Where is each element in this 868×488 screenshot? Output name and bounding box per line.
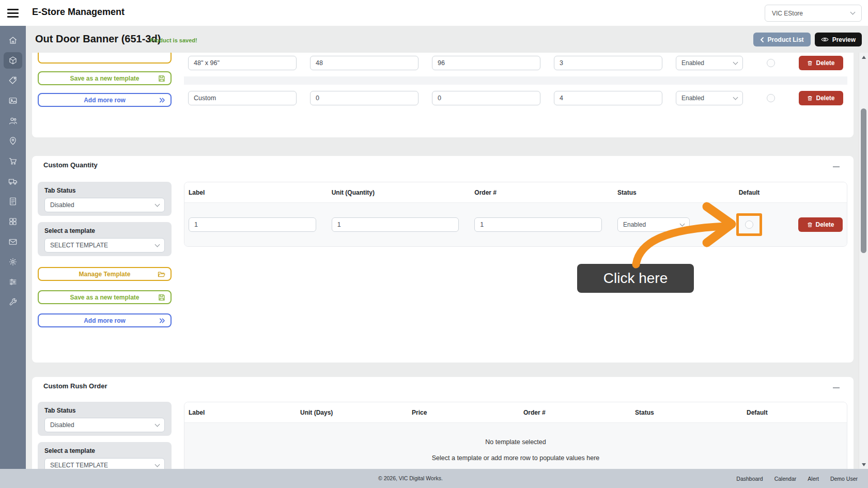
quantity-status-select[interactable]: Enabled — [617, 217, 690, 232]
store-select[interactable]: VIC EStore — [765, 5, 862, 22]
size-order-input[interactable] — [554, 91, 662, 105]
template-group: Select a template SELECT TEMPLATE — [38, 222, 172, 256]
box-icon — [8, 56, 18, 65]
header-default: Default — [747, 409, 843, 416]
tab-status-select[interactable]: Disabled — [44, 418, 165, 432]
footer: © 2026, VIC Digital Works. Dashboard Cal… — [0, 469, 868, 488]
delete-label: Delete — [816, 221, 834, 228]
chevron-left-icon — [760, 37, 764, 42]
add-more-row-label: Add more row — [84, 317, 126, 324]
header-label: Label — [189, 189, 316, 196]
delete-row-button[interactable]: Delete — [799, 56, 843, 70]
delete-row-button[interactable]: Delete — [799, 91, 843, 105]
chevron-down-icon — [155, 462, 160, 467]
header-status: Status — [617, 189, 700, 196]
size-label-input[interactable] — [188, 91, 297, 105]
invoice-icon — [8, 197, 18, 206]
double-chevron-right-icon — [159, 318, 165, 323]
footer-link-dashboard[interactable]: Dashboard — [736, 476, 763, 482]
template-select-value: SELECT TEMPLATE — [50, 242, 108, 249]
home-icon — [8, 36, 18, 45]
collapse-section-button[interactable] — [833, 163, 841, 170]
save-as-template-button[interactable]: Save as a new template — [38, 290, 172, 304]
preview-button[interactable]: Preview — [815, 33, 862, 46]
truck-icon — [8, 177, 18, 186]
size-options-section: Save as a new template Add more row Enab… — [32, 53, 854, 137]
size-row-1: Enabled Delete — [184, 53, 847, 76]
footer-link-calendar[interactable]: Calendar — [774, 476, 797, 482]
sidebar-item-customers[interactable] — [4, 113, 22, 129]
sidebar-item-home[interactable] — [4, 32, 22, 49]
store-select-value: VIC EStore — [772, 10, 803, 17]
hamburger-menu-icon[interactable] — [7, 7, 20, 19]
sidebar-item-preferences[interactable] — [4, 274, 22, 290]
collapse-section-button[interactable] — [833, 384, 841, 391]
scrollbar-thumb[interactable] — [861, 108, 866, 253]
quantity-default-radio[interactable] — [745, 221, 753, 229]
chevron-down-icon — [155, 201, 160, 207]
delete-row-button[interactable]: Delete — [798, 217, 843, 232]
size-height-input[interactable] — [432, 91, 540, 105]
sidebar-item-shipping[interactable] — [4, 173, 22, 190]
template-select[interactable]: SELECT TEMPLATE — [44, 238, 165, 253]
add-more-row-button[interactable]: Add more row — [38, 93, 172, 107]
template-select[interactable]: SELECT TEMPLATE — [44, 458, 165, 469]
empty-state-title: No template selected — [184, 423, 847, 446]
size-status-select[interactable]: Enabled — [676, 91, 743, 105]
tab-status-select[interactable]: Disabled — [44, 198, 165, 212]
table-empty-state: No template selected Select a template o… — [184, 423, 847, 469]
size-width-input[interactable] — [310, 91, 419, 105]
tab-status-group: Tab Status Disabled — [38, 402, 172, 436]
manage-template-button-clipped[interactable] — [38, 53, 172, 64]
page-title: Out Door Banner (651-3d) — [35, 33, 161, 45]
save-as-template-label: Save as a new template — [70, 294, 139, 301]
size-status-select[interactable]: Enabled — [676, 56, 743, 70]
select-template-label: Select a template — [44, 227, 165, 234]
sidebar-item-products[interactable] — [4, 52, 22, 69]
sidebar-item-cart[interactable] — [4, 153, 22, 169]
quantity-label-input[interactable] — [189, 217, 316, 232]
template-select-value: SELECT TEMPLATE — [50, 462, 108, 469]
page-header: Out Door Banner (651-3d) Product is save… — [26, 26, 868, 53]
double-chevron-right-icon — [159, 97, 165, 103]
click-here-tooltip: Click here — [577, 264, 694, 293]
header-price: Price — [412, 409, 508, 416]
size-width-input[interactable] — [310, 56, 419, 70]
page-area: Out Door Banner (651-3d) Product is save… — [26, 26, 868, 469]
product-list-button[interactable]: Product List — [753, 33, 811, 46]
save-as-template-label: Save as a new template — [70, 75, 139, 82]
chevron-down-icon — [850, 10, 856, 15]
tab-status-value: Disabled — [50, 201, 74, 209]
scrollbar-down-arrow[interactable] — [859, 460, 868, 469]
sidebar-item-invoices[interactable] — [4, 193, 22, 210]
manage-template-button[interactable]: Manage Template — [38, 267, 172, 281]
add-more-row-button[interactable]: Add more row — [38, 313, 172, 327]
footer-link-alert[interactable]: Alert — [808, 476, 819, 482]
chevron-down-icon — [733, 95, 738, 100]
users-icon — [8, 116, 18, 125]
size-default-radio[interactable] — [767, 59, 775, 67]
save-as-template-button[interactable]: Save as a new template — [38, 71, 172, 85]
footer-link-demo-user[interactable]: Demo User — [830, 476, 858, 482]
sidebar-item-locations[interactable] — [4, 133, 22, 149]
sidebar-item-tools[interactable] — [4, 294, 22, 310]
size-height-input[interactable] — [432, 56, 540, 70]
sidebar-item-mail[interactable] — [4, 233, 22, 250]
size-default-radio[interactable] — [767, 94, 775, 102]
mail-icon — [8, 237, 18, 246]
size-label-input[interactable] — [188, 56, 297, 70]
sidebar-item-media[interactable] — [4, 92, 22, 109]
product-list-label: Product List — [768, 36, 804, 43]
preview-label: Preview — [832, 36, 856, 43]
quantity-unit-input[interactable] — [332, 217, 459, 232]
template-group: Select a template SELECT TEMPLATE — [38, 442, 172, 469]
sidebar-item-dashboard[interactable] — [4, 213, 22, 230]
quantity-order-input[interactable] — [474, 217, 602, 232]
sidebar-item-tags[interactable] — [4, 72, 22, 89]
size-order-input[interactable] — [554, 56, 662, 70]
sidebar-item-settings[interactable] — [4, 254, 22, 270]
scrollbar-up-arrow[interactable] — [859, 53, 868, 61]
custom-quantity-table: Label Unit (Quantity) Order # Status Def… — [184, 182, 847, 247]
select-template-label: Select a template — [44, 447, 165, 454]
vertical-scrollbar — [859, 53, 868, 469]
